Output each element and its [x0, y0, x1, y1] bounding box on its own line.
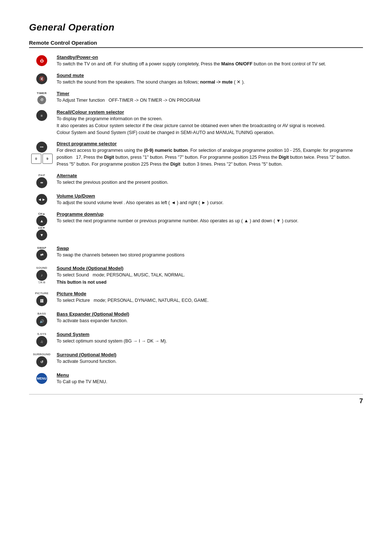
timer-label-icon: TIMER — [37, 92, 46, 95]
sound-mode-icon: ♪ — [36, 270, 47, 281]
icon-menu-col: MENU — [29, 372, 54, 384]
surround-desc: To activate Surround function. — [57, 358, 363, 365]
prog-up-icon: ▲ — [36, 215, 47, 226]
surround-icon: ↺ — [36, 356, 47, 367]
menu-icon: MENU — [36, 373, 47, 384]
surround-text: Surround (Optional Model) To activate Su… — [54, 352, 363, 365]
item-volume: ◄► Volume Up/Down To adjust the sound vo… — [29, 193, 363, 206]
standby-icon: ⏻ — [36, 55, 47, 66]
prog-down-icon: ▼ — [36, 230, 47, 240]
icon-bass-col: BASS 🔊 — [29, 311, 54, 327]
ab-label-icon: ▽A-B — [38, 281, 46, 284]
icon-volume-col: ◄► — [29, 193, 54, 205]
bass-label-icon: BASS — [37, 312, 46, 315]
menu-title: Menu — [57, 372, 363, 378]
sound-mode-desc: To select Sound mode; PERSONAL, MUSIC, T… — [57, 272, 363, 279]
swap-desc: To swap the channels between two stored … — [57, 252, 363, 259]
direct-prog-icon: ••• — [36, 142, 47, 153]
item-surround: SURROUND ↺ Surround (Optional Model) To … — [29, 352, 363, 367]
item-sound-mute: 🔇 Sound mute To switch the sound from th… — [29, 73, 363, 86]
section-title: Remote Control Operation — [29, 40, 363, 48]
bass-text: Bass Expander (Optional Model) To activa… — [54, 311, 363, 324]
bass-desc: To activate bass expander function. — [57, 317, 363, 324]
timer-icon: ⏱ — [37, 96, 46, 104]
programme-title: Programme down/up — [57, 211, 363, 217]
swap-icon: ⇄ — [36, 250, 47, 260]
page-title: General Operation — [29, 22, 363, 33]
programme-text: Programme down/up To select the next pro… — [54, 211, 363, 224]
picture-label-icon: PICTURE — [35, 292, 48, 295]
volume-title: Volume Up/Down — [57, 193, 363, 199]
sound-system-text: Sound System To select optimum sound sys… — [54, 332, 363, 345]
timer-title: Timer — [57, 91, 363, 96]
picture-icon: 🖼 — [36, 295, 47, 306]
item-programme-down-up: CH▲ ▲ CH▼ ▼ Programme down/up To select … — [29, 211, 363, 240]
item-sound-system: S.SYS ♫ Sound System To select optimum s… — [29, 332, 363, 347]
menu-desc: To Call up the TV MENU. — [57, 378, 363, 385]
icon-direct-prog-col: ••• 0 9 — [29, 141, 54, 164]
direct-prog-text: Direct programme selector For direct acc… — [54, 141, 363, 167]
bass-icon: 🔊 — [36, 316, 47, 327]
recall-icon: ≡ — [36, 110, 47, 121]
recall-text: Recall/Colour system selector To display… — [54, 109, 363, 136]
sound-mode-not-used: This button is not used — [57, 279, 363, 286]
item-timer: TIMER ⏱ Timer To Adjust Timer function O… — [29, 91, 363, 104]
bass-title: Bass Expander (Optional Model) — [57, 311, 363, 317]
recall-desc: To display the programme information on … — [57, 116, 363, 136]
icon-picture-col: PICTURE 🖼 — [29, 291, 54, 306]
sound-mode-text: Sound Mode (Optional Model) To select So… — [54, 266, 363, 286]
surround-label-icon: SURROUND — [33, 353, 51, 356]
sound-mode-label-icon: SOUND — [36, 266, 47, 270]
item-sound-mode: SOUND ♪ ▽A-B Sound Mode (Optional Model)… — [29, 266, 363, 286]
alternate-icon: ⇔ — [36, 177, 47, 188]
item-alternate: P⇔P ⇔ Alternate To select the previous p… — [29, 173, 363, 188]
swap-text: Swap To swap the channels between two st… — [54, 246, 363, 259]
icon-swap-col: SWAP ⇄ — [29, 246, 54, 260]
icon-prog-col: CH▲ ▲ CH▼ ▼ — [29, 211, 54, 240]
digit-9-icon: 9 — [42, 154, 53, 164]
recall-title: Recall/Colour system selector — [57, 109, 363, 115]
sound-mute-icon: 🔇 — [36, 73, 47, 84]
direct-prog-desc: For direct access to programmes using th… — [57, 147, 363, 167]
picture-desc: To select Picture mode; PERSONAL, DYNAMI… — [57, 297, 363, 304]
item-standby: ⏻ Standby/Power-on To switch the TV on a… — [29, 54, 363, 68]
icon-sound-system-col: S.SYS ♫ — [29, 332, 54, 347]
page-footer: 7 — [29, 394, 363, 405]
sound-mute-text: Sound mute To switch the sound from the … — [54, 73, 363, 86]
standby-title: Standby/Power-on — [57, 54, 363, 60]
programme-desc: To select the next programme number or p… — [57, 218, 363, 224]
sound-mute-title: Sound mute — [57, 73, 363, 78]
sound-system-title: Sound System — [57, 332, 363, 337]
volume-icon: ◄► — [36, 194, 47, 205]
volume-desc: To adjust the sound volume level . Also … — [57, 199, 363, 206]
item-recall: ≡ Recall/Colour system selector To displ… — [29, 109, 363, 136]
sound-system-desc: To select optimum sound system (BG → I →… — [57, 338, 363, 345]
alternate-text: Alternate To select the previous positio… — [54, 173, 363, 186]
picture-text: Picture Mode To select Picture mode; PER… — [54, 291, 363, 304]
cha-label-icon: CH▲ — [38, 212, 45, 215]
timer-text: Timer To Adjust Timer function OFF-TIMER… — [54, 91, 363, 104]
ssys-label-icon: S.SYS — [37, 332, 46, 336]
ptp-label-icon: P⇔P — [38, 174, 45, 177]
icon-timer-col: TIMER ⏱ — [29, 91, 54, 104]
direct-prog-title: Direct programme selector — [57, 141, 363, 146]
menu-text: Menu To Call up the TV MENU. — [54, 372, 363, 385]
standby-text: Standby/Power-on To switch the TV on and… — [54, 54, 363, 68]
volume-text: Volume Up/Down To adjust the sound volum… — [54, 193, 363, 206]
picture-title: Picture Mode — [57, 291, 363, 296]
icon-alternate-col: P⇔P ⇔ — [29, 173, 54, 188]
chv-label-icon: CH▼ — [38, 226, 45, 230]
icon-sound-mute-col: 🔇 — [29, 73, 54, 84]
swap-label-icon: SWAP — [37, 246, 46, 250]
icon-standby-col: ⏻ — [29, 54, 54, 66]
surround-title: Surround (Optional Model) — [57, 352, 363, 357]
sound-system-icon: ♫ — [36, 336, 47, 347]
standby-desc: To switch the TV on and off. For shuttin… — [57, 61, 363, 68]
alternate-desc: To select the previous position and the … — [57, 179, 363, 186]
sound-mode-title: Sound Mode (Optional Model) — [57, 266, 363, 271]
item-menu: MENU Menu To Call up the TV MENU. — [29, 372, 363, 385]
icon-recall-col: ≡ — [29, 109, 54, 121]
page-container: General Operation Remote Control Operati… — [29, 0, 363, 427]
page-number: 7 — [359, 397, 363, 405]
swap-title: Swap — [57, 246, 363, 251]
